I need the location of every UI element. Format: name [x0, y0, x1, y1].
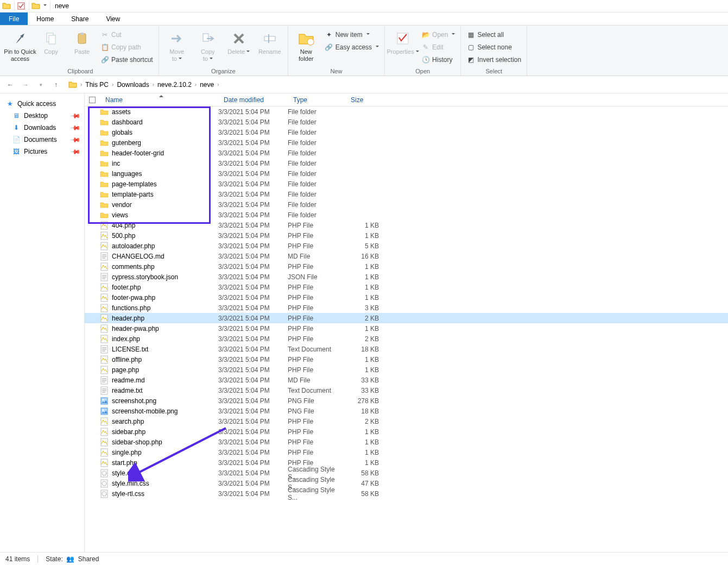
history-button[interactable]: 🕓History [419, 54, 457, 66]
sidebar-item-downloads[interactable]: ⬇Downloads📌 [0, 122, 84, 134]
sidebar-item-quick-access[interactable]: ★ Quick access [0, 98, 84, 110]
file-row[interactable]: style-rtl.css3/3/2021 5:04 PMCascading S… [85, 488, 728, 499]
file-type: PHP File [288, 294, 345, 302]
file-type: PHP File [288, 438, 345, 446]
file-row[interactable]: style.min.css3/3/2021 5:04 PMCascading S… [85, 478, 728, 488]
header-name[interactable]: Name [100, 93, 218, 106]
copy-path-icon: 📋 [100, 43, 109, 52]
file-row[interactable]: footer-pwa.php3/3/2021 5:04 PMPHP File1 … [85, 292, 728, 303]
breadcrumb-segment[interactable]: neve [197, 81, 217, 89]
file-row[interactable]: autoloader.php3/3/2021 5:04 PMPHP File5 … [85, 241, 728, 251]
paste-button[interactable]: Paste [67, 28, 97, 55]
header-size[interactable]: Size [345, 93, 385, 106]
move-to-button[interactable]: Move to [162, 28, 192, 62]
group-clipboard: Pin to Quick access Copy Paste ✂Cut 📋Cop… [2, 27, 159, 76]
file-row[interactable]: index.php3/3/2021 5:04 PMPHP File2 KB [85, 334, 728, 344]
file-row[interactable]: 500.php3/3/2021 5:04 PMPHP File1 KB [85, 230, 728, 241]
file-row[interactable]: cypress.storybook.json3/3/2021 5:04 PMJS… [85, 272, 728, 282]
file-name: header-footer-grid [112, 149, 164, 157]
header-checkbox[interactable] [85, 93, 100, 106]
file-row[interactable]: views3/3/2021 5:04 PMFile folder [85, 210, 728, 220]
breadcrumb-segment[interactable]: neve.2.10.2 [154, 81, 195, 89]
nav-back-button[interactable]: ← [4, 79, 16, 91]
new-folder-button[interactable]: New folder [292, 28, 321, 62]
file-row[interactable]: sidebar.php3/3/2021 5:04 PMPHP File1 KB [85, 426, 728, 437]
file-row[interactable]: start.php3/3/2021 5:04 PMPHP File1 KB [85, 457, 728, 468]
breadcrumb-segment[interactable]: Downloads [113, 81, 152, 89]
file-row[interactable]: 404.php3/3/2021 5:04 PMPHP File1 KB [85, 220, 728, 230]
file-row[interactable]: CHANGELOG.md3/3/2021 5:04 PMMD File16 KB [85, 251, 728, 261]
file-row[interactable]: readme.md3/3/2021 5:04 PMMD File33 KB [85, 375, 728, 385]
tab-share[interactable]: Share [62, 12, 97, 25]
delete-button[interactable]: Delete [224, 28, 254, 55]
paste-shortcut-button[interactable]: 🔗Paste shortcut [98, 54, 155, 66]
file-row[interactable]: page-templates3/3/2021 5:04 PMFile folde… [85, 179, 728, 189]
file-row[interactable]: globals3/3/2021 5:04 PMFile folder [85, 127, 728, 137]
tab-view[interactable]: View [97, 12, 129, 25]
file-row[interactable]: header.php3/3/2021 5:04 PMPHP File2 KB [85, 313, 728, 323]
file-row[interactable]: LICENSE.txt3/3/2021 5:04 PMText Document… [85, 344, 728, 354]
file-row[interactable]: vendor3/3/2021 5:04 PMFile folder [85, 199, 728, 210]
file-row[interactable]: search.php3/3/2021 5:04 PMPHP File2 KB [85, 416, 728, 426]
file-row[interactable]: comments.php3/3/2021 5:04 PMPHP File1 KB [85, 261, 728, 272]
select-none-button[interactable]: ▢Select none [464, 41, 523, 53]
header-date[interactable]: Date modified [218, 93, 288, 106]
file-row[interactable]: template-parts3/3/2021 5:04 PMFile folde… [85, 189, 728, 199]
file-row[interactable]: screenshot.png3/3/2021 5:04 PMPNG File27… [85, 395, 728, 406]
qat-check-icon[interactable] [17, 2, 26, 10]
file-row[interactable]: functions.php3/3/2021 5:04 PMPHP File3 K… [85, 303, 728, 313]
file-row[interactable]: readme.txt3/3/2021 5:04 PMText Document3… [85, 385, 728, 395]
file-row[interactable]: offline.php3/3/2021 5:04 PMPHP File1 KB [85, 354, 728, 365]
easy-access-button[interactable]: 🔗Easy access [322, 41, 381, 53]
new-item-button[interactable]: ✦New item [322, 29, 381, 41]
file-row[interactable]: screenshot-mobile.png3/3/2021 5:04 PMPNG… [85, 406, 728, 416]
file-row[interactable]: single.php3/3/2021 5:04 PMPHP File1 KB [85, 447, 728, 457]
file-size: 1 KB [345, 325, 385, 332]
file-type: File folder [288, 118, 345, 126]
sidebar-item-pictures[interactable]: 🖼Pictures📌 [0, 146, 84, 158]
cut-button[interactable]: ✂Cut [98, 29, 155, 41]
copy-button[interactable]: Copy [36, 28, 66, 55]
file-row[interactable]: inc3/3/2021 5:04 PMFile folder [85, 158, 728, 168]
sidebar-item-documents[interactable]: 📄Documents📌 [0, 134, 84, 146]
file-name: inc [112, 160, 120, 167]
file-row[interactable]: header-footer-grid3/3/2021 5:04 PMFile f… [85, 148, 728, 158]
nav-up-button[interactable]: ↑ [50, 79, 62, 91]
header-type[interactable]: Type [288, 93, 345, 106]
tab-home[interactable]: Home [28, 12, 62, 25]
file-date: 3/3/2021 5:04 PM [218, 160, 288, 167]
file-row[interactable]: sidebar-shop.php3/3/2021 5:04 PMPHP File… [85, 437, 728, 447]
rename-button[interactable]: Rename [255, 28, 284, 55]
file-size: 1 KB [345, 273, 385, 281]
pictures-icon: 🖼 [12, 147, 21, 156]
file-name: readme.txt [112, 387, 143, 394]
file-row[interactable]: style.css3/3/2021 5:04 PMCascading Style… [85, 468, 728, 478]
file-row[interactable]: footer.php3/3/2021 5:04 PMPHP File1 KB [85, 282, 728, 292]
file-date: 3/3/2021 5:04 PM [218, 191, 288, 198]
select-all-button[interactable]: ▦Select all [464, 29, 523, 41]
file-row[interactable]: gutenberg3/3/2021 5:04 PMFile folder [85, 137, 728, 148]
invert-selection-button[interactable]: ◩Invert selection [464, 54, 523, 66]
pin-to-quick-access-button[interactable]: Pin to Quick access [5, 28, 35, 62]
edit-button[interactable]: ✎Edit [419, 41, 457, 53]
file-name: header.php [112, 315, 144, 322]
breadcrumb-folder-icon[interactable] [65, 80, 80, 89]
file-row[interactable]: header-pwa.php3/3/2021 5:04 PMPHP File1 … [85, 323, 728, 334]
copy-to-button[interactable]: Copy to [193, 28, 223, 62]
tab-file[interactable]: File [0, 12, 28, 25]
file-row[interactable]: page.php3/3/2021 5:04 PMPHP File1 KB [85, 365, 728, 375]
qat-dropdown[interactable] [41, 2, 47, 10]
svg-point-8 [307, 39, 314, 45]
breadcrumb[interactable]: › This PC›Downloads›neve.2.10.2›neve› [65, 78, 219, 91]
file-row[interactable]: assets3/3/2021 5:04 PMFile folder [85, 106, 728, 117]
copy-path-button[interactable]: 📋Copy path [98, 41, 155, 53]
properties-button[interactable]: Properties [388, 28, 417, 55]
nav-recent-button[interactable]: ▾ [35, 79, 47, 91]
chevron-right-icon[interactable]: › [217, 81, 219, 87]
open-button[interactable]: 📂Open [419, 29, 457, 41]
file-row[interactable]: dashboard3/3/2021 5:04 PMFile folder [85, 117, 728, 127]
breadcrumb-segment[interactable]: This PC [82, 81, 112, 89]
file-row[interactable]: languages3/3/2021 5:04 PMFile folder [85, 168, 728, 179]
sidebar-item-desktop[interactable]: 🖥Desktop📌 [0, 110, 84, 122]
nav-forward-button[interactable]: → [20, 79, 31, 91]
